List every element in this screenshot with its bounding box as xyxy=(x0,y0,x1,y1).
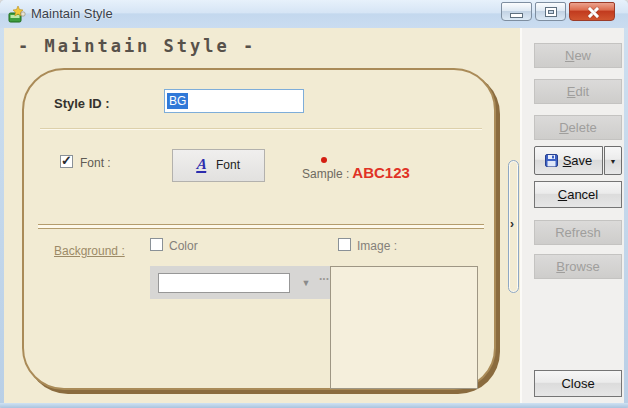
separator xyxy=(40,128,482,130)
sample-line: Sample :ABC123 xyxy=(302,164,410,182)
color-checkbox[interactable] xyxy=(150,238,163,251)
font-button-label: Font xyxy=(216,158,240,172)
red-dot-marker xyxy=(321,157,327,163)
chevron-down-icon: ▼ xyxy=(610,158,617,165)
maximize-button[interactable] xyxy=(535,2,566,21)
new-button-label: N xyxy=(565,48,574,63)
close-window-button[interactable] xyxy=(569,2,615,21)
cancel-button[interactable]: Cancel xyxy=(534,181,622,208)
client-area: - Maintain Style - Style ID : BG ✓ Font … xyxy=(4,28,624,403)
color-picker-strip: ▼ ... xyxy=(150,266,334,299)
main-pane: - Maintain Style - Style ID : BG ✓ Font … xyxy=(4,28,520,403)
chevron-down-icon: ▼ xyxy=(302,278,311,288)
edit-button[interactable]: Edit xyxy=(534,79,622,104)
minimize-icon xyxy=(511,14,522,17)
window-title: Maintain Style xyxy=(31,0,113,28)
font-style-icon: A xyxy=(196,157,208,173)
refresh-button-label: Refresh xyxy=(555,225,601,240)
refresh-button[interactable]: Refresh xyxy=(534,220,622,245)
splitter-arrow-icon: › xyxy=(510,218,514,230)
cancel-button-label: C xyxy=(558,187,567,202)
browse-button-label: B xyxy=(556,259,565,274)
new-button[interactable]: New xyxy=(534,43,622,68)
maximize-icon xyxy=(546,8,556,16)
image-preview-box[interactable] xyxy=(330,266,478,389)
close-button-label: Close xyxy=(561,376,594,391)
save-button[interactable]: Save xyxy=(534,146,603,175)
action-sidebar: New Edit Delete Save ▼ xyxy=(520,28,624,403)
floppy-disk-icon xyxy=(545,154,558,167)
ellipsis-icon: ... xyxy=(319,269,329,283)
panel-splitter[interactable]: › xyxy=(508,160,519,293)
style-id-label: Style ID : xyxy=(54,96,110,111)
window-frame-bottom xyxy=(0,403,628,408)
save-dropdown-button[interactable]: ▼ xyxy=(604,146,622,175)
font-button[interactable]: AFont xyxy=(172,149,265,182)
style-id-input[interactable]: BG xyxy=(164,89,304,113)
style-panel: Style ID : BG ✓ Font : AFont Sample :ABC… xyxy=(22,68,496,390)
separator-groove xyxy=(38,224,484,229)
title-bar[interactable]: Maintain Style xyxy=(0,0,628,28)
font-checkbox-label: Font : xyxy=(80,156,111,170)
close-icon xyxy=(587,7,599,18)
form-title: - Maintain Style - xyxy=(18,36,256,56)
close-button[interactable]: Close xyxy=(534,370,622,397)
style-id-value-selected: BG xyxy=(167,93,188,109)
background-label: Background : xyxy=(54,244,125,258)
color-value-field[interactable] xyxy=(158,273,290,293)
maintain-style-window: Maintain Style - Maintain Style - Style … xyxy=(0,0,628,408)
sample-preview-text: ABC123 xyxy=(352,164,410,181)
save-split-button: Save ▼ xyxy=(534,146,622,175)
check-icon: ✓ xyxy=(61,153,72,168)
browse-button[interactable]: Browse xyxy=(534,254,622,279)
font-checkbox[interactable]: ✓ xyxy=(60,155,73,168)
sample-label: Sample : xyxy=(302,167,349,181)
delete-button[interactable]: Delete xyxy=(534,115,622,140)
color-dropdown-button[interactable]: ▼ xyxy=(296,273,316,293)
color-checkbox-label: Color xyxy=(169,239,198,253)
app-icon xyxy=(8,5,26,23)
image-checkbox[interactable] xyxy=(338,238,351,251)
delete-button-label: D xyxy=(559,120,568,135)
minimize-button[interactable] xyxy=(501,2,532,21)
image-checkbox-label: Image : xyxy=(357,239,397,253)
